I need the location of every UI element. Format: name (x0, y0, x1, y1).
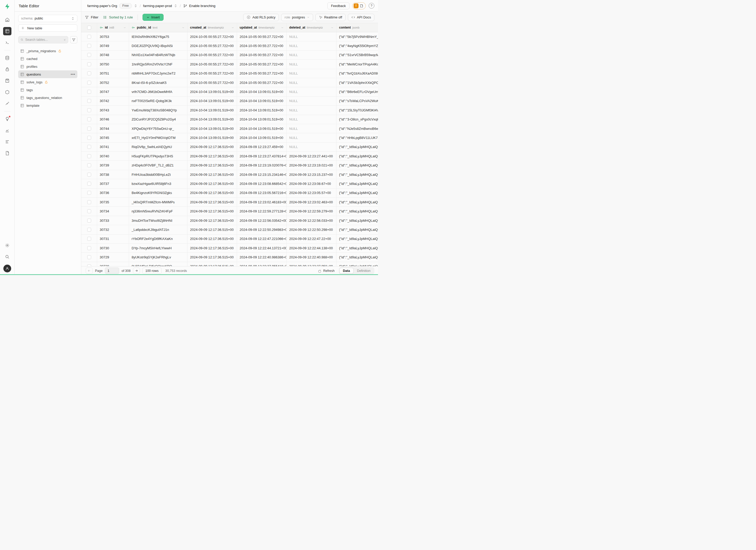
cell-updated-at[interactable]: 2024-09-09 12:23:19.020076+00 (237, 161, 287, 170)
cell-content[interactable]: {"id":"1VASb3phnXXkQPCpv (336, 78, 378, 87)
cell-updated-at[interactable]: 2024-10-05 00:55:27.722+00 (237, 51, 287, 59)
cell-id[interactable]: 30746 (97, 115, 129, 124)
nav-advisors-icon[interactable] (3, 115, 11, 123)
cell-created-at[interactable]: 2024-10-04 13:09:01.519+00 (187, 115, 237, 124)
cell-content[interactable]: {"id":"_Id9aLyJpMHQLaiQC (336, 234, 378, 243)
cell-updated-at[interactable]: 2024-09-09 12:22:56.03542+00 (237, 216, 287, 225)
sidebar-table-item[interactable]: template ••• (18, 102, 77, 109)
cell-content[interactable]: {"id":"B6tr6eEFLrOVgeUmH (336, 87, 378, 96)
cell-updated-at[interactable]: 2024-10-04 13:09:01.519+00 (237, 87, 287, 96)
nav-home-icon[interactable] (3, 16, 11, 24)
row-checkbox[interactable] (87, 90, 91, 94)
cell-created-at[interactable]: 2024-10-05 00:55:27.722+00 (187, 69, 237, 78)
row-checkbox[interactable] (87, 117, 91, 121)
refresh-button[interactable]: Refresh (318, 269, 335, 273)
enable-branching-button[interactable]: Enable branching (183, 4, 215, 8)
cell-public-id[interactable]: 3muDHTceTWso9IZj8hHNI (129, 216, 187, 225)
column-header-public-id[interactable]: public_idtext (129, 23, 187, 32)
row-checkbox[interactable] (87, 99, 91, 103)
cell-deleted-at[interactable]: NULL (287, 51, 336, 59)
nav-auth-icon[interactable] (3, 65, 11, 73)
cell-created-at[interactable]: 2024-09-09 12:17:36.515+00 (187, 216, 237, 225)
cell-id[interactable]: 30753 (97, 32, 129, 41)
cell-content[interactable]: {"id":"_Id9aLyJpMHQLaiQC (336, 207, 378, 216)
cell-content[interactable]: {"id":"3-O8cn_xPgs0cVxqKE (336, 115, 378, 124)
row-checkbox[interactable] (87, 191, 91, 195)
cell-content[interactable]: {"id":"_Id9aLyJpMHQLaiQC (336, 143, 378, 151)
cell-id[interactable]: 30739 (97, 161, 129, 170)
cell-public-id[interactable]: nxFT002ISeRE-Qobg3K3k (129, 97, 187, 105)
cell-content[interactable]: {"id":"_Id9aLyJpMHQLaiQC (336, 253, 378, 261)
cell-id[interactable]: 30745 (97, 133, 129, 142)
cell-updated-at[interactable]: 2024-09-09 12:23:08.668542+00 (237, 179, 287, 188)
cell-id[interactable]: 30750 (97, 60, 129, 69)
row-checkbox[interactable] (87, 71, 91, 75)
cell-created-at[interactable]: 2024-09-09 12:17:36.515+00 (187, 234, 237, 243)
row-checkbox[interactable] (87, 228, 91, 232)
chevron-down-icon[interactable] (123, 26, 126, 29)
row-checkbox[interactable] (87, 209, 91, 213)
cell-content[interactable]: {"id":"4wyNgK55lOfrpmYZc (336, 41, 378, 50)
cell-updated-at[interactable]: 2024-09-09 12:22:50.294983+00 (237, 225, 287, 234)
role-select[interactable]: role postgres (281, 14, 313, 21)
row-checkbox[interactable] (87, 154, 91, 158)
cell-created-at[interactable]: 2024-10-05 00:55:27.722+00 (187, 60, 237, 69)
cell-deleted-at[interactable]: NULL (287, 133, 336, 142)
nav-sql-editor-icon[interactable] (3, 38, 11, 47)
filter-button[interactable]: Filter (85, 15, 98, 19)
cell-public-id[interactable]: rYbORF2e4YgDt9fKAXaKn (129, 234, 187, 243)
new-table-button[interactable]: New table (18, 24, 77, 32)
column-header-id[interactable]: idint8 (97, 23, 129, 32)
cell-content[interactable]: {"id":"_Id9aLyJpMHQLaiQC (336, 179, 378, 188)
cell-updated-at[interactable]: 2024-10-04 13:09:01.519+00 (237, 133, 287, 142)
cell-deleted-at[interactable]: NULL (287, 87, 336, 96)
select-all-checkbox[interactable] (87, 26, 91, 30)
cell-deleted-at[interactable]: 2024-09-09 12:23:15.237+00 (287, 170, 336, 179)
cell-deleted-at[interactable]: NULL (287, 60, 336, 69)
cell-updated-at[interactable]: 2024-10-05 00:55:27.722+00 (237, 60, 287, 69)
cell-id[interactable]: 30729 (97, 253, 129, 261)
tab-definition[interactable]: Definition (354, 268, 374, 273)
api-docs-button[interactable]: API Docs (348, 14, 374, 21)
cell-public-id[interactable]: RiqOV6p_5wihLeIAEQyhU (129, 143, 187, 151)
next-page-button[interactable] (133, 267, 140, 274)
cell-public-id[interactable]: 8KraI-tSI-6-pSZcknaK5 (129, 78, 187, 87)
cell-updated-at[interactable]: 2024-10-04 13:09:01.519+00 (237, 124, 287, 133)
row-checkbox[interactable] (87, 62, 91, 66)
feedback-button[interactable]: Feedback (327, 2, 349, 9)
cell-id[interactable]: 30734 (97, 207, 129, 216)
sidebar-table-item[interactable]: tags_questions_relation ••• (18, 94, 77, 102)
insert-button[interactable]: Insert (143, 14, 164, 21)
page-input[interactable] (105, 267, 119, 274)
cell-updated-at[interactable]: 2024-10-05 00:55:27.722+00 (237, 69, 287, 78)
cell-public-id[interactable]: xrETI_HyGY0mPMGVqtOTM (129, 133, 187, 142)
project-selector[interactable]: farming-paper-prod (143, 4, 177, 8)
nav-edge-functions-icon[interactable] (3, 88, 11, 96)
user-avatar[interactable] (3, 265, 11, 272)
row-checkbox[interactable] (87, 200, 91, 204)
cell-created-at[interactable]: 2024-09-09 12:17:36.515+00 (187, 170, 237, 179)
cell-created-at[interactable]: 2024-09-09 12:17:36.515+00 (187, 179, 237, 188)
cell-public-id[interactable]: _l40sQIRTmMZfcm-MWMPs (129, 198, 187, 206)
cell-deleted-at[interactable]: NULL (287, 97, 336, 105)
nav-table-editor-icon[interactable] (3, 27, 11, 35)
cell-deleted-at[interactable]: NULL (287, 115, 336, 124)
cell-content[interactable]: {"id":"_Id9aLyJpMHQLaiQC (336, 225, 378, 234)
row-checkbox[interactable] (87, 182, 91, 186)
cell-deleted-at[interactable]: 2024-09-09 12:23:27.441+00 (287, 152, 336, 160)
cell-content[interactable]: {"id":"NJe5s8ZmBwnoB6e3s (336, 124, 378, 133)
chevron-down-icon[interactable] (182, 26, 185, 29)
sidebar-table-item[interactable]: solve_logs ••• (18, 78, 77, 86)
cell-created-at[interactable]: 2024-10-04 13:09:01.519+00 (187, 133, 237, 142)
sidebar-table-item[interactable]: questions ••• (18, 70, 77, 78)
rows-per-page-button[interactable]: 100 rows (142, 267, 162, 274)
cell-created-at[interactable]: 2024-10-05 00:55:27.722+00 (187, 51, 237, 59)
cell-created-at[interactable]: 2024-09-09 12:17:36.515+00 (187, 161, 237, 170)
cell-updated-at[interactable]: 2024-09-09 12:23:27.459+00 (237, 143, 287, 151)
cell-public-id[interactable]: zHDq4c0F0VBF_TL2_dBZ1 (129, 161, 187, 170)
cell-updated-at[interactable]: 2024-10-05 00:55:27.722+00 (237, 78, 287, 87)
schema-select[interactable]: schema: public (18, 15, 77, 22)
chevron-down-icon[interactable] (231, 26, 234, 29)
cell-public-id[interactable]: bzwXazHgax6UIR58j6Fn3 (129, 179, 187, 188)
row-checkbox[interactable] (87, 163, 91, 167)
